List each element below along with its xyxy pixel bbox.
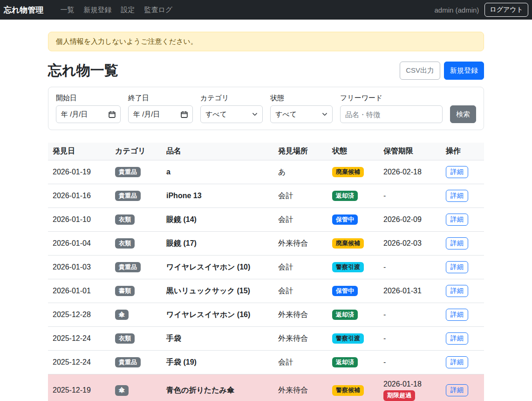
end-date-input[interactable]: 年 /月/日 bbox=[128, 105, 193, 123]
cell-category: 傘 bbox=[110, 303, 162, 327]
new-item-button[interactable]: 新規登録 bbox=[444, 62, 484, 80]
item-name-text: a bbox=[166, 168, 171, 176]
cell-actions: 詳細 bbox=[441, 184, 484, 208]
warning-alert-text: 個人情報を入力しないようご注意ください。 bbox=[56, 37, 198, 46]
cell-item-name: iPhone 13 bbox=[162, 184, 273, 208]
detail-button[interactable]: 詳細 bbox=[446, 384, 468, 396]
cell-actions: 詳細 bbox=[441, 374, 484, 401]
start-date-label: 開始日 bbox=[56, 94, 121, 103]
table-row: 2026-01-19貴重品aあ廃棄候補2026-02-18詳細 bbox=[48, 160, 484, 184]
item-name-text: 眼鏡 (17) bbox=[166, 239, 197, 247]
nav-item-audit-log[interactable]: 監査ログ bbox=[139, 6, 177, 14]
status-badge: 返却済 bbox=[332, 310, 358, 320]
cell-found-place: 会計 bbox=[273, 208, 327, 232]
category-badge: 貴重品 bbox=[115, 357, 141, 368]
cell-item-name: 手袋 (19) bbox=[162, 351, 273, 374]
cell-status: 警察引渡 bbox=[327, 256, 379, 279]
cell-item-name: a bbox=[162, 160, 273, 184]
items-table-body: 2026-01-19貴重品aあ廃棄候補2026-02-18詳細2026-01-1… bbox=[48, 160, 484, 401]
status-badge: 廃棄候補 bbox=[332, 167, 364, 178]
status-badge: 返却済 bbox=[332, 357, 358, 368]
status-badge: 返却済 bbox=[332, 191, 358, 201]
cell-category: 貴重品 bbox=[110, 160, 162, 184]
nav-item-list[interactable]: 一覧 bbox=[55, 6, 79, 14]
cell-found-place: あ bbox=[273, 160, 327, 184]
cell-found-date: 2025-12-24 bbox=[48, 327, 110, 351]
detail-button[interactable]: 詳細 bbox=[446, 332, 468, 345]
category-select[interactable]: すべて bbox=[200, 105, 263, 123]
cell-found-place: 外来待合 bbox=[273, 303, 327, 327]
cell-item-name: 眼鏡 (17) bbox=[162, 232, 273, 256]
status-badge: 警察引渡 bbox=[332, 262, 364, 273]
detail-button[interactable]: 詳細 bbox=[446, 190, 468, 202]
keyword-input[interactable] bbox=[340, 105, 443, 123]
app-brand[interactable]: 忘れ物管理 bbox=[4, 5, 43, 15]
cell-deadline: - bbox=[379, 184, 441, 208]
logout-button[interactable]: ログアウト bbox=[484, 3, 528, 17]
category-selected-value: すべて bbox=[205, 110, 227, 119]
start-date-input[interactable]: 年 /月/日 bbox=[56, 105, 121, 123]
detail-button[interactable]: 詳細 bbox=[446, 285, 468, 297]
keyword-group: フリーワード bbox=[340, 94, 443, 123]
item-name-text: ワイヤレスイヤホン (16) bbox=[166, 311, 250, 318]
cell-found-date: 2026-01-04 bbox=[48, 232, 110, 256]
detail-button[interactable]: 詳細 bbox=[446, 261, 468, 273]
detail-button[interactable]: 詳細 bbox=[446, 237, 468, 249]
page: 忘れ物管理 一覧新規登録設定監査ログ admin (admin) ログアウト 個… bbox=[0, 0, 532, 401]
cell-found-date: 2026-01-16 bbox=[48, 184, 110, 208]
cell-actions: 詳細 bbox=[441, 208, 484, 232]
cell-actions: 詳細 bbox=[441, 256, 484, 279]
cell-found-date: 2025-12-19 bbox=[48, 374, 110, 401]
title-actions: CSV出力 新規登録 bbox=[400, 62, 484, 80]
nav-item-settings[interactable]: 設定 bbox=[116, 6, 139, 14]
detail-button[interactable]: 詳細 bbox=[446, 309, 468, 321]
chevron-down-icon bbox=[322, 111, 327, 117]
search-button[interactable]: 検索 bbox=[450, 105, 476, 123]
table-row: 2025-12-28傘ワイヤレスイヤホン (16)外来待合返却済-詳細 bbox=[48, 303, 484, 327]
table-row: 2026-01-04衣類眼鏡 (17)外来待合廃棄候補2026-02-03詳細 bbox=[48, 232, 484, 256]
category-badge: 貴重品 bbox=[115, 167, 141, 178]
column-header: 品名 bbox=[162, 143, 273, 160]
header-row: 発見日カテゴリ品名発見場所状態保管期限操作 bbox=[48, 143, 484, 160]
status-badge: 警察候補 bbox=[332, 385, 364, 396]
cell-actions: 詳細 bbox=[441, 279, 484, 303]
cell-actions: 詳細 bbox=[441, 232, 484, 256]
detail-button[interactable]: 詳細 bbox=[446, 166, 468, 178]
status-selected-value: すべて bbox=[275, 110, 297, 119]
cell-deadline: 2026-01-18期限超過 bbox=[379, 374, 441, 401]
table-row: 2025-12-24貴重品手袋 (19)会計返却済-詳細 bbox=[48, 351, 484, 374]
status-select[interactable]: すべて bbox=[270, 105, 333, 123]
category-badge: 衣類 bbox=[115, 333, 135, 344]
end-date-label: 終了日 bbox=[128, 94, 193, 103]
nav-item-new[interactable]: 新規登録 bbox=[79, 6, 116, 14]
detail-button[interactable]: 詳細 bbox=[446, 356, 468, 368]
cell-category: 衣類 bbox=[110, 327, 162, 351]
keyword-label: フリーワード bbox=[340, 94, 443, 103]
cell-deadline: - bbox=[379, 256, 441, 279]
category-badge: 衣類 bbox=[115, 238, 135, 249]
calendar-icon[interactable] bbox=[109, 111, 116, 118]
cell-found-place: 会計 bbox=[273, 256, 327, 279]
start-date-value: 年 /月/日 bbox=[61, 110, 88, 119]
cell-category: 書類 bbox=[110, 279, 162, 303]
cell-actions: 詳細 bbox=[441, 303, 484, 327]
csv-export-button[interactable]: CSV出力 bbox=[400, 62, 440, 80]
column-header: 発見場所 bbox=[273, 143, 327, 160]
cell-item-name: 黒いリュックサック (15) bbox=[162, 279, 273, 303]
chevron-down-icon bbox=[252, 111, 258, 117]
cell-category: 貴重品 bbox=[110, 184, 162, 208]
status-badge: 保管中 bbox=[332, 286, 358, 297]
calendar-icon[interactable] bbox=[181, 111, 188, 118]
cell-status: 警察引渡 bbox=[327, 327, 379, 351]
cell-found-place: 外来待合 bbox=[273, 374, 327, 401]
cell-status: 廃棄候補 bbox=[327, 232, 379, 256]
column-header: 操作 bbox=[441, 143, 484, 160]
detail-button[interactable]: 詳細 bbox=[446, 214, 468, 226]
items-table: 発見日カテゴリ品名発見場所状態保管期限操作 2026-01-19貴重品aあ廃棄候… bbox=[48, 143, 484, 401]
cell-item-name: ワイヤレスイヤホン (10) bbox=[162, 256, 273, 279]
cell-actions: 詳細 bbox=[441, 327, 484, 351]
end-date-value: 年 /月/日 bbox=[133, 110, 160, 119]
cell-actions: 詳細 bbox=[441, 351, 484, 374]
cell-deadline: - bbox=[379, 327, 441, 351]
table-row: 2026-01-16貴重品iPhone 13会計返却済-詳細 bbox=[48, 184, 484, 208]
